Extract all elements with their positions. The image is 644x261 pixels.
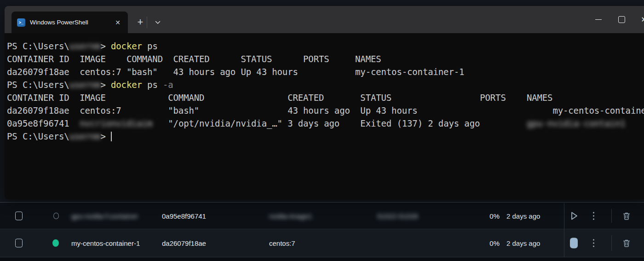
- screen: gpu-nvidia-f-container 0a95e8f96741 nvid…: [0, 0, 644, 261]
- trash-divider: [611, 209, 612, 223]
- status-stopped-icon: [53, 213, 59, 219]
- close-button[interactable]: ✕: [634, 6, 644, 33]
- container-id: 0a95e8f96741: [162, 212, 206, 220]
- tabbar-divider: [147, 17, 147, 28]
- terminal-output[interactable]: PS C:\Users\usernm> docker psCONTAINER I…: [5, 33, 644, 199]
- panel-top-divider: [0, 202, 644, 203]
- tab-close-icon[interactable]: ✕: [113, 18, 122, 27]
- status-running-icon: [52, 239, 59, 247]
- close-icon: ✕: [641, 15, 644, 24]
- container-name-redacted: gpu-nvidia-f-container: [71, 212, 138, 220]
- cpu-usage: 0%: [469, 239, 500, 247]
- container-ports-redacted: 51022-51028: [377, 212, 418, 220]
- container-id: da26079f18ae: [162, 239, 206, 247]
- last-started: 2 days ago: [506, 212, 540, 220]
- delete-button[interactable]: [622, 238, 631, 248]
- container-row-running[interactable]: my-centos-container-1 da26079f18ae cento…: [0, 229, 644, 257]
- minimize-icon: [595, 19, 602, 20]
- row-checkbox[interactable]: [15, 212, 23, 220]
- row-menu-button[interactable]: [593, 212, 594, 220]
- row-checkbox[interactable]: [15, 239, 23, 248]
- chevron-down-icon: [155, 21, 161, 24]
- terminal-window: >_ Windows PowerShell ✕ + ✕ PS C:\Users\…: [5, 6, 644, 199]
- last-started: 2 days ago: [506, 239, 540, 247]
- container-name: my-centos-container-1: [71, 239, 140, 247]
- cpu-usage: 0%: [469, 212, 500, 220]
- maximize-button[interactable]: [611, 6, 632, 33]
- minimize-button[interactable]: [588, 6, 609, 33]
- actions-divider: [564, 229, 564, 257]
- powershell-icon: >_: [17, 18, 25, 27]
- maximize-icon: [618, 16, 625, 23]
- panel-bottom-strip: [0, 257, 644, 261]
- start-button[interactable]: [569, 211, 579, 221]
- tab-title: Windows PowerShell: [30, 19, 88, 26]
- trash-icon: [622, 238, 631, 248]
- container-row-stopped[interactable]: gpu-nvidia-f-container 0a95e8f96741 nvid…: [0, 203, 644, 229]
- tab-windows-powershell[interactable]: >_ Windows PowerShell ✕: [12, 12, 128, 33]
- new-tab-button[interactable]: +: [132, 12, 148, 33]
- tab-dropdown-button[interactable]: [151, 12, 165, 33]
- play-icon: [569, 211, 579, 221]
- row-menu-button[interactable]: [593, 239, 594, 247]
- delete-button[interactable]: [622, 211, 631, 221]
- terminal-titlebar[interactable]: >_ Windows PowerShell ✕ + ✕: [5, 6, 644, 33]
- container-image: centos:7: [269, 239, 295, 247]
- trash-icon: [622, 211, 631, 221]
- container-image-redacted: nvidia-image1: [269, 212, 312, 220]
- trash-divider: [611, 235, 612, 251]
- actions-divider: [564, 203, 564, 229]
- stop-button[interactable]: [570, 238, 578, 249]
